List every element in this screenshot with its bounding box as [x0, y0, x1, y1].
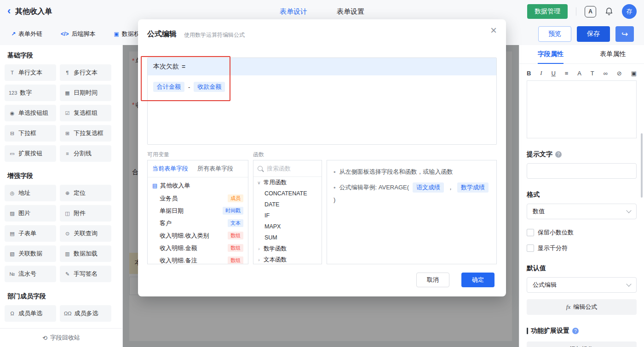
- tab-current-form-fields[interactable]: 当前表单字段: [148, 160, 193, 177]
- field-item-relation-data[interactable]: ▧关联数据: [5, 245, 56, 262]
- field-item-multi-line-text[interactable]: ¶多行文本: [60, 64, 111, 81]
- divider: [576, 7, 576, 16]
- function-item[interactable]: MAPX: [253, 221, 322, 232]
- unlink-icon[interactable]: ⊘: [617, 70, 622, 77]
- function-search-input[interactable]: [266, 165, 314, 172]
- field-item-dropdown[interactable]: ⊟下拉框: [5, 125, 56, 142]
- field-item-data-load[interactable]: ▥数据加载: [60, 245, 111, 262]
- formula-help-panel: • 从左侧面板选择字段名和函数，或输入函数 • 公式编辑举例: AVERAGE(…: [327, 160, 497, 264]
- tab-field-properties[interactable]: 字段属性: [519, 45, 582, 63]
- field-item-single-line-text[interactable]: T单行文本: [5, 64, 56, 81]
- save-button[interactable]: 保存: [577, 26, 610, 42]
- function-item[interactable]: SUM: [253, 232, 322, 243]
- field-item-checkbox-group[interactable]: ☑复选框组: [60, 105, 111, 121]
- default-value-select[interactable]: 公式编辑: [527, 277, 637, 293]
- bell-icon[interactable]: [604, 7, 614, 16]
- field-item-member-multi[interactable]: ΩΩ成员多选: [60, 305, 111, 322]
- formula-field-chip[interactable]: 合计金额: [153, 82, 184, 92]
- field-item-extend-button[interactable]: ▭扩展按钮: [5, 145, 56, 162]
- field-item-member-single[interactable]: Ω成员单选: [5, 305, 56, 322]
- page-title: 其他收入单: [15, 7, 52, 17]
- add-action-button[interactable]: 添加操作: [527, 341, 637, 347]
- function-item[interactable]: DATE: [253, 199, 322, 210]
- formula-editor[interactable]: 本次欠款 = 合计金额 - 收款金额: [147, 57, 497, 145]
- tab-all-form-fields[interactable]: 所有表单字段: [193, 160, 238, 177]
- field-item-attachment[interactable]: ◫附件: [60, 205, 111, 222]
- variable-row[interactable]: 业务员 成员: [148, 192, 248, 205]
- field-item-datetime[interactable]: ▦日期时间: [60, 85, 111, 101]
- bullet-icon: •: [334, 184, 336, 191]
- app-root: ‹ 其他收入单 表单设计 表单设置 数据管理 A 存 ↗ 表单外链 </> 后端…: [0, 0, 644, 347]
- language-icon[interactable]: A: [585, 6, 596, 17]
- align-icon[interactable]: ≡: [565, 70, 569, 77]
- field-item-address[interactable]: ◎地址: [5, 185, 56, 201]
- variables-tree-root[interactable]: ▤ 其他收入单: [148, 179, 248, 192]
- external-link-button[interactable]: ↗ 表单外链: [11, 30, 42, 38]
- format-select[interactable]: 数值: [527, 204, 637, 219]
- field-label: 关联查询: [74, 229, 98, 238]
- function-group-math[interactable]: › 数学函数: [253, 243, 322, 254]
- link-icon[interactable]: ∞: [604, 70, 608, 77]
- field-title-editor[interactable]: [527, 80, 637, 138]
- underline-icon[interactable]: U: [552, 70, 556, 77]
- decimal-checkbox[interactable]: [527, 229, 534, 236]
- field-item-divider[interactable]: ≡分割线: [60, 145, 111, 162]
- field-label: 子表单: [18, 229, 36, 238]
- field-item-location[interactable]: ⊕定位: [60, 185, 111, 201]
- variable-row[interactable]: 收入明细.备注 数组: [148, 254, 248, 264]
- section-title-member-fields: 部门成员字段: [7, 292, 122, 301]
- variable-row[interactable]: 收入明细.金额 数组: [148, 242, 248, 254]
- field-item-subform[interactable]: ▤子表单: [5, 225, 56, 242]
- insert-image-icon[interactable]: ▣: [631, 70, 637, 77]
- font-size-icon[interactable]: T: [591, 70, 594, 77]
- edit-formula-button[interactable]: fx 编辑公式: [527, 299, 637, 315]
- function-group-text[interactable]: › 文本函数: [253, 254, 322, 264]
- function-item[interactable]: CONCATENATE: [253, 188, 322, 199]
- bold-icon[interactable]: B: [527, 70, 531, 77]
- field-label: 定位: [74, 189, 86, 197]
- variable-row[interactable]: 客户 文本: [148, 217, 248, 229]
- cancel-button[interactable]: 取消: [416, 273, 449, 287]
- field-recycle-bin[interactable]: ⟲ 字段回收站: [0, 328, 122, 347]
- extension-settings-header: 功能扩展设置 ?: [527, 327, 637, 335]
- help-icon[interactable]: ?: [555, 151, 562, 158]
- backend-script-button[interactable]: </> 后端脚本: [61, 30, 95, 38]
- back-icon[interactable]: ‹: [7, 6, 11, 16]
- help-icon[interactable]: ?: [572, 328, 579, 334]
- field-item-serial-number[interactable]: №流水号: [5, 266, 56, 282]
- data-permission-button[interactable]: ▣ 数据权: [114, 30, 139, 38]
- italic-icon[interactable]: I: [540, 69, 542, 77]
- field-label: 关联数据: [18, 250, 42, 258]
- data-permission-label: 数据权: [122, 30, 140, 38]
- font-color-icon[interactable]: A: [577, 70, 581, 77]
- preview-button[interactable]: 预览: [538, 26, 571, 42]
- field-label: 日期时间: [74, 89, 98, 97]
- tab-form-design[interactable]: 表单设计: [280, 7, 307, 16]
- hint-text-label: 提示文字 ?: [527, 150, 637, 159]
- data-manage-button[interactable]: 数据管理: [527, 4, 568, 19]
- checkbox-icon: ☑: [64, 110, 71, 116]
- field-item-relation-query[interactable]: ⊙关联查询: [60, 225, 111, 242]
- close-icon[interactable]: ×: [490, 25, 497, 36]
- variable-row[interactable]: 收入明细.收入类别 数组: [148, 229, 248, 242]
- variable-row[interactable]: 单据日期 时间戳: [148, 205, 248, 217]
- tab-form-properties[interactable]: 表单属性: [582, 45, 644, 63]
- field-item-image[interactable]: ▨图片: [5, 205, 56, 222]
- field-item-number[interactable]: 123数字: [5, 85, 56, 101]
- field-item-multi-dropdown[interactable]: ⊞下拉复选框: [60, 125, 111, 142]
- single-line-text-icon: T: [9, 70, 16, 75]
- panel-scrollbar[interactable]: [641, 133, 643, 198]
- enhanced-fields-grid: ◎地址 ⊕定位 ▨图片 ◫附件 ▤子表单 ⊙关联查询 ▧关联数据 ▥数据加载 №…: [5, 185, 122, 282]
- thousand-checkbox[interactable]: [527, 245, 534, 252]
- confirm-button[interactable]: 确定: [461, 273, 494, 287]
- tab-form-settings[interactable]: 表单设置: [337, 7, 364, 16]
- formula-field-chip[interactable]: 收款金额: [194, 82, 225, 92]
- share-button[interactable]: ↪: [615, 26, 634, 42]
- avatar[interactable]: 存: [622, 4, 637, 19]
- field-item-signature[interactable]: ✎手写签名: [60, 266, 111, 282]
- function-group-common[interactable]: ∨ 常用函数: [253, 177, 322, 188]
- function-item[interactable]: IF: [253, 210, 322, 221]
- type-tag: 文本: [228, 219, 243, 227]
- hint-text-input[interactable]: [527, 163, 637, 179]
- field-item-radio-group[interactable]: ◉单选按钮组: [5, 105, 56, 121]
